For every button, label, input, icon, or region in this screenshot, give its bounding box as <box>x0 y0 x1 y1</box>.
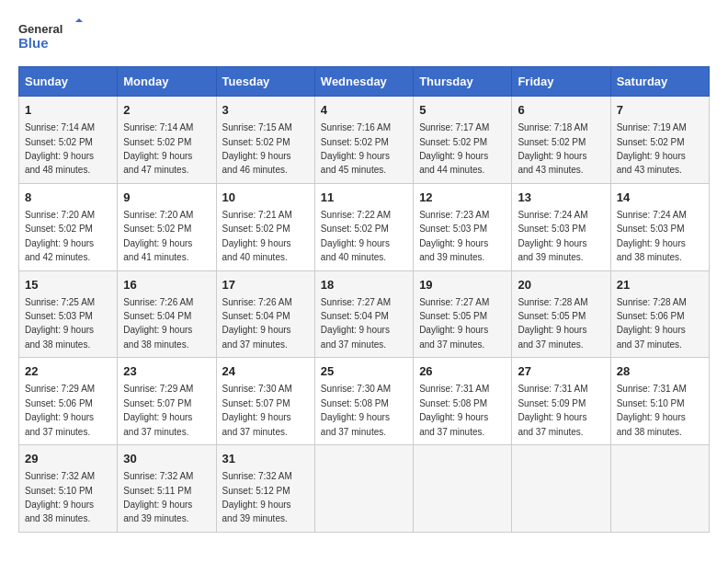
sunrise-info: Sunrise: 7:14 AMSunset: 5:02 PMDaylight:… <box>123 122 193 175</box>
day-number: 4 <box>321 102 407 119</box>
sunrise-info: Sunrise: 7:24 AMSunset: 5:03 PMDaylight:… <box>617 210 687 262</box>
calendar-cell: 31 Sunrise: 7:32 AMSunset: 5:12 PMDaylig… <box>216 445 314 533</box>
calendar-cell: 25 Sunrise: 7:30 AMSunset: 5:08 PMDaylig… <box>314 358 413 445</box>
sunrise-info: Sunrise: 7:26 AMSunset: 5:04 PMDaylight:… <box>222 297 292 350</box>
day-number: 1 <box>25 102 111 119</box>
day-number: 19 <box>419 277 506 293</box>
sunrise-info: Sunrise: 7:21 AMSunset: 5:02 PMDaylight:… <box>222 210 292 262</box>
calendar-cell: 22 Sunrise: 7:29 AMSunset: 5:06 PMDaylig… <box>19 358 118 445</box>
sunrise-info: Sunrise: 7:27 AMSunset: 5:05 PMDaylight:… <box>419 297 489 350</box>
day-number: 13 <box>518 190 604 206</box>
calendar-cell: 24 Sunrise: 7:30 AMSunset: 5:07 PMDaylig… <box>216 358 314 445</box>
calendar-cell: 10 Sunrise: 7:21 AMSunset: 5:02 PMDaylig… <box>216 183 314 270</box>
calendar-cell: 20 Sunrise: 7:28 AMSunset: 5:05 PMDaylig… <box>512 270 610 358</box>
day-number: 23 <box>123 363 210 380</box>
calendar-cell: 5 Sunrise: 7:17 AMSunset: 5:02 PMDayligh… <box>414 97 512 184</box>
calendar-cell: 28 Sunrise: 7:31 AMSunset: 5:10 PMDaylig… <box>610 358 709 445</box>
sunrise-info: Sunrise: 7:28 AMSunset: 5:05 PMDaylight:… <box>518 297 587 350</box>
calendar-cell: 4 Sunrise: 7:16 AMSunset: 5:02 PMDayligh… <box>314 97 413 184</box>
week-row-2: 8 Sunrise: 7:20 AMSunset: 5:02 PMDayligh… <box>19 183 710 270</box>
week-row-5: 29 Sunrise: 7:32 AMSunset: 5:10 PMDaylig… <box>19 445 710 533</box>
calendar-cell: 13 Sunrise: 7:24 AMSunset: 5:03 PMDaylig… <box>512 183 610 270</box>
day-number: 25 <box>321 363 407 380</box>
sunrise-info: Sunrise: 7:29 AMSunset: 5:06 PMDaylight:… <box>25 384 95 436</box>
calendar-cell <box>414 445 512 533</box>
day-number: 2 <box>123 102 210 119</box>
calendar-cell: 29 Sunrise: 7:32 AMSunset: 5:10 PMDaylig… <box>19 445 118 533</box>
calendar-table: SundayMondayTuesdayWednesdayThursdayFrid… <box>18 66 710 533</box>
header-day-saturday: Saturday <box>610 67 709 97</box>
sunrise-info: Sunrise: 7:31 AMSunset: 5:09 PMDaylight:… <box>518 384 587 436</box>
calendar-cell: 18 Sunrise: 7:27 AMSunset: 5:04 PMDaylig… <box>314 270 413 358</box>
day-number: 10 <box>222 190 309 206</box>
svg-text:Blue: Blue <box>18 35 49 51</box>
day-number: 28 <box>617 363 703 380</box>
sunrise-info: Sunrise: 7:27 AMSunset: 5:04 PMDaylight:… <box>321 297 391 350</box>
sunrise-info: Sunrise: 7:30 AMSunset: 5:07 PMDaylight:… <box>222 384 292 436</box>
logo: General Blue <box>18 18 83 55</box>
header-day-monday: Monday <box>118 67 216 97</box>
day-number: 18 <box>321 277 407 293</box>
day-number: 8 <box>25 190 111 206</box>
day-number: 26 <box>419 363 506 380</box>
calendar-cell <box>314 445 413 533</box>
calendar-cell: 8 Sunrise: 7:20 AMSunset: 5:02 PMDayligh… <box>19 183 118 270</box>
day-number: 16 <box>123 277 210 293</box>
calendar-cell: 7 Sunrise: 7:19 AMSunset: 5:02 PMDayligh… <box>610 97 709 184</box>
calendar-cell: 15 Sunrise: 7:25 AMSunset: 5:03 PMDaylig… <box>19 270 118 358</box>
sunrise-info: Sunrise: 7:20 AMSunset: 5:02 PMDaylight:… <box>25 210 95 262</box>
calendar-cell: 2 Sunrise: 7:14 AMSunset: 5:02 PMDayligh… <box>118 97 216 184</box>
day-number: 15 <box>25 277 111 293</box>
header-day-tuesday: Tuesday <box>216 67 314 97</box>
day-number: 24 <box>222 363 309 380</box>
calendar-cell: 12 Sunrise: 7:23 AMSunset: 5:03 PMDaylig… <box>414 183 512 270</box>
calendar-cell: 16 Sunrise: 7:26 AMSunset: 5:04 PMDaylig… <box>118 270 216 358</box>
sunrise-info: Sunrise: 7:25 AMSunset: 5:03 PMDaylight:… <box>25 297 95 350</box>
day-number: 29 <box>25 451 111 467</box>
calendar-cell: 3 Sunrise: 7:15 AMSunset: 5:02 PMDayligh… <box>216 97 314 184</box>
day-number: 6 <box>518 102 604 119</box>
sunrise-info: Sunrise: 7:18 AMSunset: 5:02 PMDaylight:… <box>518 122 587 175</box>
day-number: 12 <box>419 190 506 206</box>
svg-text:General: General <box>18 22 63 36</box>
calendar-cell: 19 Sunrise: 7:27 AMSunset: 5:05 PMDaylig… <box>414 270 512 358</box>
sunrise-info: Sunrise: 7:31 AMSunset: 5:10 PMDaylight:… <box>617 384 687 436</box>
calendar-cell <box>512 445 610 533</box>
day-number: 7 <box>617 102 703 119</box>
day-number: 3 <box>222 102 309 119</box>
day-number: 30 <box>123 451 210 467</box>
calendar-cell: 21 Sunrise: 7:28 AMSunset: 5:06 PMDaylig… <box>610 270 709 358</box>
calendar-cell <box>610 445 709 533</box>
calendar-cell: 1 Sunrise: 7:14 AMSunset: 5:02 PMDayligh… <box>19 97 118 184</box>
header-day-friday: Friday <box>512 67 610 97</box>
sunrise-info: Sunrise: 7:23 AMSunset: 5:03 PMDaylight:… <box>419 210 489 262</box>
sunrise-info: Sunrise: 7:17 AMSunset: 5:02 PMDaylight:… <box>419 122 489 175</box>
day-number: 17 <box>222 277 309 293</box>
sunrise-info: Sunrise: 7:20 AMSunset: 5:02 PMDaylight:… <box>123 210 193 262</box>
calendar-cell: 17 Sunrise: 7:26 AMSunset: 5:04 PMDaylig… <box>216 270 314 358</box>
sunrise-info: Sunrise: 7:32 AMSunset: 5:12 PMDaylight:… <box>222 471 292 523</box>
sunrise-info: Sunrise: 7:14 AMSunset: 5:02 PMDaylight:… <box>25 122 95 175</box>
day-number: 21 <box>617 277 703 293</box>
calendar-header: SundayMondayTuesdayWednesdayThursdayFrid… <box>19 67 710 97</box>
day-number: 5 <box>419 102 506 119</box>
sunrise-info: Sunrise: 7:32 AMSunset: 5:11 PMDaylight:… <box>123 471 193 523</box>
calendar-cell: 23 Sunrise: 7:29 AMSunset: 5:07 PMDaylig… <box>118 358 216 445</box>
day-number: 31 <box>222 451 309 467</box>
header-day-wednesday: Wednesday <box>314 67 413 97</box>
sunrise-info: Sunrise: 7:26 AMSunset: 5:04 PMDaylight:… <box>123 297 193 350</box>
header: General Blue <box>18 18 710 55</box>
day-number: 9 <box>123 190 210 206</box>
calendar-cell: 27 Sunrise: 7:31 AMSunset: 5:09 PMDaylig… <box>512 358 610 445</box>
week-row-3: 15 Sunrise: 7:25 AMSunset: 5:03 PMDaylig… <box>19 270 710 358</box>
header-day-sunday: Sunday <box>19 67 118 97</box>
sunrise-info: Sunrise: 7:30 AMSunset: 5:08 PMDaylight:… <box>321 384 391 436</box>
day-number: 27 <box>518 363 604 380</box>
sunrise-info: Sunrise: 7:32 AMSunset: 5:10 PMDaylight:… <box>25 471 95 523</box>
sunrise-info: Sunrise: 7:22 AMSunset: 5:02 PMDaylight:… <box>321 210 391 262</box>
calendar-cell: 11 Sunrise: 7:22 AMSunset: 5:02 PMDaylig… <box>314 183 413 270</box>
svg-marker-2 <box>75 18 83 22</box>
calendar-cell: 14 Sunrise: 7:24 AMSunset: 5:03 PMDaylig… <box>610 183 709 270</box>
week-row-1: 1 Sunrise: 7:14 AMSunset: 5:02 PMDayligh… <box>19 97 710 184</box>
sunrise-info: Sunrise: 7:24 AMSunset: 5:03 PMDaylight:… <box>518 210 587 262</box>
